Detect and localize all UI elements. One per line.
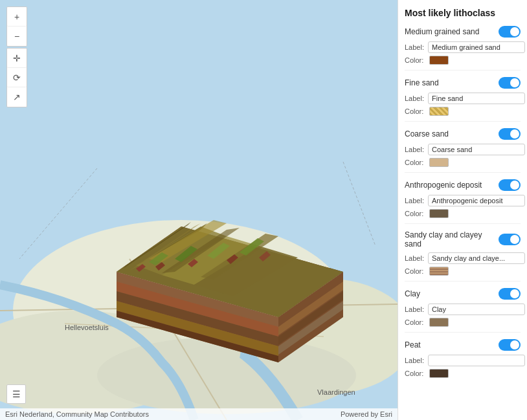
color-swatch-anthropogenic-deposit[interactable] <box>429 209 449 218</box>
litho-label-row-sandy-clay: Label: <box>405 252 521 264</box>
toggle-track-medium-grained-sand <box>499 26 521 38</box>
litho-color-prefix-anthropogenic-deposit: Color: <box>405 210 425 217</box>
litho-header-medium-grained-sand: Medium grained sand <box>405 26 521 38</box>
zoom-in-button[interactable]: + <box>7 7 27 27</box>
litho-color-prefix-sandy-clay: Color: <box>405 267 425 275</box>
color-swatch-sandy-clay[interactable] <box>429 267 449 276</box>
litho-name-fine-sand: Fine sand <box>405 78 439 87</box>
litho-name-sandy-clay: Sandy clay and clayey sand <box>405 230 499 249</box>
litho-color-row-anthropogenic-deposit: Color: <box>405 209 521 218</box>
litho-label-row-clay: Label: <box>405 304 521 315</box>
toggle-coarse-sand[interactable] <box>499 128 521 140</box>
toggle-medium-grained-sand[interactable] <box>499 26 521 38</box>
toggle-track-anthropogenic-deposit <box>499 179 521 191</box>
litho-label-row-peat: Label: <box>405 355 521 366</box>
litho-label-row-fine-sand: Label: <box>405 93 521 104</box>
panel-title: Most likely lithoclass <box>405 8 521 18</box>
toggle-thumb-medium-grained-sand <box>510 27 519 36</box>
pan-button[interactable]: ✛ <box>7 49 27 68</box>
toggle-thumb-anthropogenic-deposit <box>510 181 519 190</box>
attribution-bar: Esri Nederland, Community Map Contributo… <box>0 408 398 420</box>
zoom-controls: + − <box>6 6 27 47</box>
litho-color-prefix-medium-grained-sand: Color: <box>405 56 425 64</box>
toggle-track-peat <box>499 339 521 351</box>
toggle-fine-sand[interactable] <box>499 77 521 89</box>
litho-label-row-anthropogenic-deposit: Label: <box>405 195 521 206</box>
litho-name-coarse-sand: Coarse sand <box>405 129 449 138</box>
color-swatch-peat[interactable] <box>429 369 449 378</box>
litho-label-input-coarse-sand[interactable] <box>428 144 525 155</box>
attribution-text: Esri Nederland, Community Map Contributo… <box>5 410 149 418</box>
toggle-thumb-clay <box>510 289 519 298</box>
navigation-controls: ✛ ⟳ ↗ <box>6 48 27 107</box>
litho-color-row-sandy-clay: Color: <box>405 267 521 276</box>
litho-color-row-peat: Color: <box>405 369 521 378</box>
legend-button[interactable]: ☰ <box>6 384 26 404</box>
color-swatch-clay[interactable] <box>429 318 449 327</box>
litho-label-prefix-anthropogenic-deposit: Label: <box>405 197 424 204</box>
zoom-out-button[interactable]: − <box>7 27 27 46</box>
litho-color-row-fine-sand: Color: <box>405 107 521 116</box>
toggle-track-coarse-sand <box>499 128 521 140</box>
right-panel: Most likely lithoclass Medium grained sa… <box>398 0 527 420</box>
litho-label-prefix-coarse-sand: Label: <box>405 146 424 153</box>
litho-item-clay: Clay Label: Color: <box>405 288 521 333</box>
litho-item-medium-grained-sand: Medium grained sand Label: Color: <box>405 26 521 71</box>
toggle-thumb-sandy-clay <box>510 235 519 244</box>
toggle-thumb-coarse-sand <box>510 129 519 138</box>
litho-item-fine-sand: Fine sand Label: Color: <box>405 77 521 122</box>
litho-label-input-clay[interactable] <box>428 304 525 315</box>
litho-label-input-peat[interactable] <box>428 355 525 366</box>
compass-button[interactable]: ↗ <box>7 87 27 107</box>
toggle-anthropogenic-deposit[interactable] <box>499 179 521 191</box>
litho-item-peat: Peat Label: Color: <box>405 339 521 383</box>
litho-label-input-fine-sand[interactable] <box>428 93 525 104</box>
svg-point-4 <box>97 337 356 414</box>
litho-label-prefix-fine-sand: Label: <box>405 94 424 102</box>
litho-label-prefix-clay: Label: <box>405 305 424 313</box>
litho-header-sandy-clay: Sandy clay and clayey sand <box>405 230 521 249</box>
litho-label-prefix-sandy-clay: Label: <box>405 254 424 262</box>
toggle-thumb-fine-sand <box>510 78 519 87</box>
litho-label-row-medium-grained-sand: Label: <box>405 41 521 53</box>
toolbar: + − ✛ ⟳ ↗ <box>6 6 27 107</box>
litho-header-anthropogenic-deposit: Anthropogenic deposit <box>405 179 521 191</box>
litho-list: Medium grained sand Label: Color: Fine s… <box>405 26 521 383</box>
toggle-track-clay <box>499 288 521 300</box>
litho-name-medium-grained-sand: Medium grained sand <box>405 27 479 36</box>
color-swatch-medium-grained-sand[interactable] <box>429 56 449 65</box>
litho-label-input-anthropogenic-deposit[interactable] <box>428 195 525 206</box>
litho-color-prefix-peat: Color: <box>405 370 425 377</box>
svg-text:Hellevoetsluis: Hellevoetsluis <box>65 324 109 331</box>
color-swatch-fine-sand[interactable] <box>429 107 449 116</box>
litho-label-input-medium-grained-sand[interactable] <box>428 41 525 53</box>
litho-label-prefix-peat: Label: <box>405 357 424 364</box>
litho-name-clay: Clay <box>405 289 420 298</box>
rotate-button[interactable]: ⟳ <box>7 68 27 87</box>
toggle-thumb-peat <box>510 340 519 349</box>
litho-label-prefix-medium-grained-sand: Label: <box>405 43 424 51</box>
powered-by-text: Powered by Esri <box>341 410 392 418</box>
toggle-clay[interactable] <box>499 288 521 300</box>
litho-name-peat: Peat <box>405 340 421 349</box>
toggle-track-fine-sand <box>499 77 521 89</box>
litho-color-prefix-clay: Color: <box>405 318 425 326</box>
map-area[interactable]: Hellevoetsluis Brielle Maassluis Rozenbu… <box>0 0 398 420</box>
litho-header-fine-sand: Fine sand <box>405 77 521 89</box>
svg-text:Vlaardingen: Vlaardingen <box>317 388 355 396</box>
litho-color-row-coarse-sand: Color: <box>405 158 521 167</box>
color-swatch-coarse-sand[interactable] <box>429 158 449 167</box>
litho-item-sandy-clay: Sandy clay and clayey sand Label: Color: <box>405 230 521 282</box>
litho-item-anthropogenic-deposit: Anthropogenic deposit Label: Color: <box>405 179 521 224</box>
litho-name-anthropogenic-deposit: Anthropogenic deposit <box>405 181 482 190</box>
map-svg: Hellevoetsluis Brielle Maassluis Rozenbu… <box>0 0 398 420</box>
litho-label-input-sandy-clay[interactable] <box>428 252 525 264</box>
litho-header-coarse-sand: Coarse sand <box>405 128 521 140</box>
litho-label-row-coarse-sand: Label: <box>405 144 521 155</box>
toggle-peat[interactable] <box>499 339 521 351</box>
litho-header-peat: Peat <box>405 339 521 351</box>
litho-color-prefix-fine-sand: Color: <box>405 107 425 115</box>
toggle-track-sandy-clay <box>499 234 521 245</box>
toggle-sandy-clay[interactable] <box>499 234 521 245</box>
litho-header-clay: Clay <box>405 288 521 300</box>
